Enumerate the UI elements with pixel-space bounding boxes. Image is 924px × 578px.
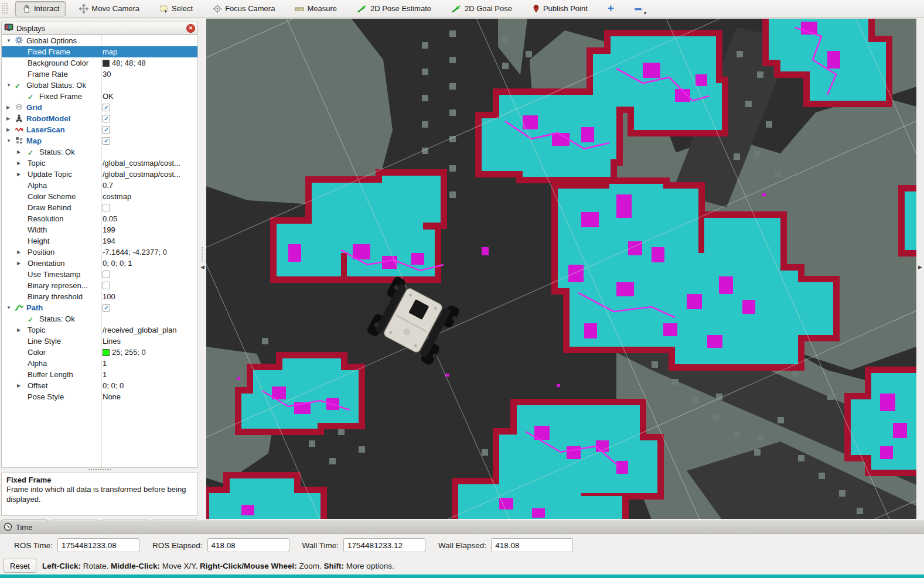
unchecked-checkbox[interactable] [103, 282, 110, 289]
row-value[interactable] [103, 202, 110, 213]
row-value[interactable]: 0.7 [103, 180, 113, 191]
row-value[interactable]: map [103, 46, 117, 57]
tree-row-resolution[interactable]: Resolution0.05 [2, 213, 197, 224]
collapsed-arrow-icon[interactable]: ▶ [17, 158, 21, 169]
row-value[interactable]: 199 [103, 224, 115, 235]
checked-checkbox[interactable]: ✓ [103, 126, 110, 134]
tree-row-laserscan[interactable]: ▶LaserScan✓ [2, 124, 197, 135]
tree-row-buffer-length[interactable]: Buffer Length1 [2, 369, 197, 380]
tree-row-offset[interactable]: ▶Offset0; 0; 0 [2, 380, 197, 391]
collapse-left-icon[interactable]: ◀ [200, 264, 204, 270]
row-value[interactable]: /global_costmap/cost... [103, 158, 180, 169]
row-value[interactable]: OK [103, 91, 114, 102]
tool-[interactable]: + [601, 1, 620, 16]
row-value[interactable]: ✓ [103, 302, 110, 313]
tree-row-fixed-frame[interactable]: Fixed Framemap [2, 46, 197, 57]
tree-row-path[interactable]: ▼Path✓ [2, 302, 197, 313]
row-value[interactable]: ✓ [103, 102, 110, 113]
row-value[interactable]: None [103, 391, 121, 402]
tree-row-frame-rate[interactable]: Frame Rate30 [2, 69, 197, 80]
expanded-arrow-icon[interactable]: ▼ [6, 80, 11, 91]
row-value[interactable]: 1 [103, 358, 107, 369]
tree-row-status-ok[interactable]: ▶✓Status: Ok [2, 146, 197, 158]
tree-row-fixed-frame[interactable]: ✓Fixed FrameOK [2, 91, 197, 102]
tool-[interactable]: ▾ [628, 1, 653, 16]
row-value[interactable]: 30 [103, 69, 111, 80]
ros-time-input[interactable] [57, 538, 139, 552]
render-view[interactable] [206, 18, 916, 519]
tree-row-robotmodel[interactable]: ▶RobotModel✓ [2, 113, 197, 124]
tree-row-draw-behind[interactable]: Draw Behind [2, 202, 197, 213]
tree-row-global-options[interactable]: ▼Global Options [2, 35, 197, 46]
tree-row-color-scheme[interactable]: Color Schemecostmap [2, 191, 197, 202]
tool-publish-point[interactable]: Publish Point [526, 1, 594, 16]
tree-row-height[interactable]: Height194 [2, 235, 197, 247]
tree-splitter-handle[interactable] [88, 468, 111, 471]
row-value[interactable]: 100 [103, 291, 115, 302]
row-value[interactable]: -7.1644; -4.2377; 0 [103, 247, 167, 258]
tree-row-binary-threshold[interactable]: Binary threshold100 [2, 291, 197, 302]
tree-row-topic[interactable]: ▶Topic/received_global_plan [2, 324, 197, 336]
collapse-right-icon[interactable]: ▶ [918, 264, 922, 270]
row-value[interactable]: 0; 0; 0; 1 [103, 258, 132, 269]
row-value[interactable]: 0; 0; 0 [103, 380, 124, 391]
row-value[interactable]: /global_costmap/cost... [103, 169, 180, 180]
toolbar-grip[interactable] [1, 2, 8, 15]
collapsed-arrow-icon[interactable]: ▶ [6, 113, 10, 124]
row-value[interactable]: /received_global_plan [103, 324, 176, 336]
ros-elapsed-input[interactable] [207, 538, 289, 552]
row-value[interactable]: 48; 48; 48 [103, 57, 146, 69]
tool-move-camera[interactable]: Move Camera [73, 1, 146, 16]
checked-checkbox[interactable]: ✓ [103, 304, 110, 312]
displays-titlebar[interactable]: Displays ✕ [1, 22, 198, 35]
tree-row-binary-represen[interactable]: Binary represen... [2, 280, 197, 291]
tree-row-orientation[interactable]: ▶Orientation0; 0; 0; 1 [2, 258, 197, 269]
expanded-arrow-icon[interactable]: ▼ [6, 35, 11, 46]
expanded-arrow-icon[interactable]: ▼ [6, 302, 11, 313]
row-value[interactable]: ✓ [103, 135, 110, 146]
tool-select[interactable]: Select [153, 1, 199, 16]
tree-row-color[interactable]: Color25; 255; 0 [2, 347, 197, 358]
checked-checkbox[interactable]: ✓ [103, 104, 110, 111]
unchecked-checkbox[interactable] [103, 204, 110, 211]
tool-interact[interactable]: Interact [15, 1, 66, 16]
time-panel-header[interactable]: Time [0, 521, 924, 534]
row-value[interactable] [103, 280, 110, 291]
more-tools-arrow-icon[interactable]: ▾ [644, 11, 646, 16]
collapsed-arrow-icon[interactable]: ▶ [17, 380, 21, 391]
unchecked-checkbox[interactable] [103, 271, 110, 278]
tree-row-line-style[interactable]: Line StyleLines [2, 336, 197, 347]
row-value[interactable]: ✓ [103, 124, 110, 135]
tree-row-alpha[interactable]: Alpha0.7 [2, 180, 197, 191]
tree-row-global-status-ok[interactable]: ▼✓Global Status: Ok [2, 80, 197, 91]
wall-time-input[interactable] [343, 538, 425, 552]
tool-2d-pose-estimate[interactable]: 2D Pose Estimate [350, 1, 438, 16]
left-splitter[interactable]: ◀ [199, 18, 206, 518]
wall-elapsed-input[interactable] [491, 538, 573, 552]
row-value[interactable]: 0.05 [103, 213, 117, 224]
tree-row-update-topic[interactable]: ▶Update Topic/global_costmap/cost... [2, 169, 197, 180]
row-value[interactable]: 1 [103, 369, 107, 380]
tree-row-alpha[interactable]: Alpha1 [2, 358, 197, 369]
tree-row-width[interactable]: Width199 [2, 224, 197, 235]
tree-row-map[interactable]: ▼Map✓ [2, 135, 197, 146]
tree-row-topic[interactable]: ▶Topic/global_costmap/cost... [2, 158, 197, 169]
collapsed-arrow-icon[interactable]: ▶ [17, 146, 21, 158]
collapsed-arrow-icon[interactable]: ▶ [6, 124, 10, 135]
tool-focus-camera[interactable]: Focus Camera [206, 1, 281, 16]
costmap-3d-view[interactable] [206, 19, 916, 519]
tree-row-background-color[interactable]: Background Color48; 48; 48 [2, 57, 197, 69]
close-icon[interactable]: ✕ [186, 24, 195, 33]
row-value[interactable]: 194 [103, 235, 115, 247]
checked-checkbox[interactable]: ✓ [103, 137, 110, 145]
tree-row-status-ok[interactable]: ✓Status: Ok [2, 313, 197, 324]
collapsed-arrow-icon[interactable]: ▶ [17, 258, 21, 269]
collapsed-arrow-icon[interactable]: ▶ [17, 247, 21, 258]
tool-2d-goal-pose[interactable]: 2D Goal Pose [445, 1, 519, 16]
row-value[interactable]: costmap [103, 191, 131, 202]
row-value[interactable]: Lines [103, 336, 121, 347]
tree-row-grid[interactable]: ▶Grid✓ [2, 102, 197, 113]
row-value[interactable]: ✓ [103, 113, 110, 124]
collapsed-arrow-icon[interactable]: ▶ [6, 102, 10, 113]
right-splitter[interactable]: ▶ [916, 18, 924, 519]
